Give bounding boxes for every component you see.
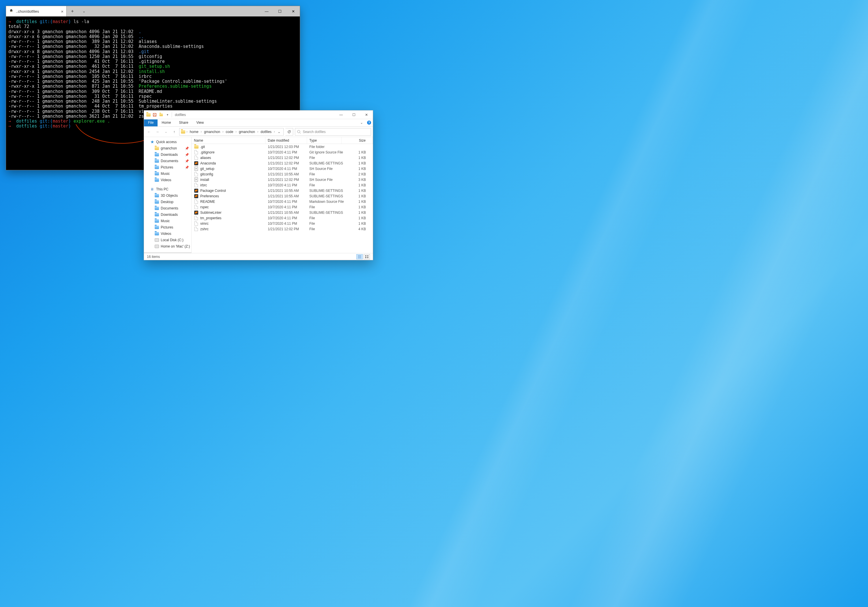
- col-date[interactable]: Date modified: [265, 137, 307, 144]
- file-row[interactable]: zshrc 1/21/2021 12:02 PM File 4 KB: [192, 226, 373, 232]
- chevron-right-icon: ›: [257, 130, 258, 133]
- maximize-button[interactable]: ☐: [273, 6, 287, 17]
- nav-item[interactable]: Documents📌: [144, 158, 191, 164]
- minimize-button[interactable]: —: [260, 6, 273, 17]
- nav-item[interactable]: Music: [144, 170, 191, 177]
- file-row[interactable]: irbrc 10/7/2020 4:11 PM File 1 KB: [192, 182, 373, 188]
- nav-item[interactable]: Desktop: [144, 199, 191, 205]
- ribbon-expand-icon[interactable]: ⌄: [358, 119, 365, 126]
- address-folder-icon: [181, 130, 185, 134]
- address-bar[interactable]: › home›gmanchon›code›gmanchon›dotfiles›⌄: [179, 128, 284, 136]
- nav-recent-dropdown[interactable]: ⌄: [163, 128, 169, 136]
- help-icon[interactable]: ?: [365, 119, 373, 126]
- file-row[interactable]: git_setup 10/7/2020 4:11 PM SH Source Fi…: [192, 166, 373, 171]
- new-tab-button[interactable]: +: [67, 6, 78, 17]
- nav-item[interactable]: Pictures: [144, 224, 191, 231]
- nav-item[interactable]: Downloads: [144, 212, 191, 218]
- file-row[interactable]: Package Control 1/21/2021 10:55 AM SUBLI…: [192, 188, 373, 193]
- view-details-button[interactable]: [356, 254, 363, 259]
- ribbon-tab-view[interactable]: View: [192, 119, 208, 126]
- nav-forward-button[interactable]: →: [154, 128, 161, 136]
- file-row[interactable]: gitconfig 1/21/2021 10:55 AM File 2 KB: [192, 171, 373, 177]
- svg-rect-14: [365, 257, 366, 258]
- pin-icon: 📌: [185, 147, 189, 150]
- file-row[interactable]: .git 1/21/2021 12:03 PM File folder: [192, 144, 373, 149]
- ribbon-tabs: File Home Share View ⌄ ?: [144, 119, 373, 127]
- nav-up-button[interactable]: ↑: [171, 128, 177, 136]
- navigation-pane: ★Quick accessgmanchon📌Downloads📌Document…: [144, 137, 192, 253]
- search-icon: [297, 130, 301, 134]
- breadcrumb-segment[interactable]: gmanchon: [238, 130, 256, 134]
- breadcrumb-segment[interactable]: code: [225, 130, 234, 134]
- file-icon: [194, 172, 198, 177]
- sublime-icon: [194, 194, 198, 198]
- file-row[interactable]: Preferences 1/21/2021 10:55 AM SUBLIME-S…: [192, 193, 373, 199]
- exp-close-button[interactable]: ✕: [360, 110, 373, 119]
- file-icon: [194, 227, 198, 231]
- sublime-icon: [194, 161, 198, 166]
- explorer-titlebar: ▾ dotfiles — ☐ ✕: [144, 110, 373, 119]
- status-bar: 16 items: [144, 253, 373, 260]
- file-row[interactable]: rspec 10/7/2020 4:11 PM File 1 KB: [192, 204, 373, 210]
- file-row[interactable]: tm_properties 10/7/2020 4:11 PM File 1 K…: [192, 215, 373, 221]
- breadcrumb-segment[interactable]: gmanchon: [203, 130, 221, 134]
- search-placeholder: Search dotfiles: [303, 130, 326, 134]
- nav-item[interactable]: Videos: [144, 177, 191, 183]
- tab-close-icon[interactable]: ×: [61, 9, 64, 14]
- view-icons-button[interactable]: [364, 254, 370, 259]
- refresh-button[interactable]: [285, 128, 293, 136]
- terminal-tab[interactable]: ..chon/dotfiles ×: [6, 6, 67, 17]
- address-dropdown-icon[interactable]: ⌄: [276, 130, 282, 134]
- close-button[interactable]: ✕: [287, 6, 300, 17]
- nav-item[interactable]: Music: [144, 218, 191, 224]
- nav-quick-access[interactable]: ★Quick access: [144, 139, 191, 145]
- search-box[interactable]: Search dotfiles: [295, 128, 371, 136]
- qat-new-folder-icon[interactable]: [158, 111, 164, 118]
- file-row[interactable]: .gitignore 10/7/2020 4:11 PM Git Ignore …: [192, 149, 373, 155]
- breadcrumb-segment[interactable]: dotfiles: [259, 130, 273, 134]
- nav-item[interactable]: gmanchon📌: [144, 145, 191, 152]
- exp-minimize-button[interactable]: —: [335, 110, 347, 119]
- qat-folder-icon[interactable]: [145, 111, 152, 118]
- nav-item[interactable]: Home on 'Mac' (Z:): [144, 243, 191, 249]
- file-row[interactable]: Anaconda 1/21/2021 12:02 PM SUBLIME-SETT…: [192, 160, 373, 166]
- file-row[interactable]: SublimeLinter 1/21/2021 10:55 AM SUBLIME…: [192, 210, 373, 215]
- qat-properties-icon[interactable]: [152, 111, 158, 118]
- file-row[interactable]: install 1/21/2021 12:02 PM SH Source Fil…: [192, 177, 373, 182]
- nav-item[interactable]: Documents: [144, 205, 191, 212]
- nav-this-pc[interactable]: 🖥This PC: [144, 186, 191, 192]
- svg-rect-12: [365, 255, 366, 257]
- col-name[interactable]: Name˄: [192, 137, 265, 144]
- sort-indicator-icon: ˄: [267, 139, 269, 142]
- file-row[interactable]: vimrc 10/7/2020 4:11 PM File 1 KB: [192, 221, 373, 226]
- tux-icon: [9, 9, 14, 14]
- file-icon: [194, 216, 198, 220]
- qat-dropdown-icon[interactable]: ▾: [164, 111, 170, 118]
- col-type[interactable]: Type: [307, 137, 342, 144]
- star-icon: ★: [150, 139, 154, 144]
- file-row[interactable]: aliases 1/21/2021 12:02 PM File 1 KB: [192, 155, 373, 160]
- chevron-right-icon: ›: [236, 130, 236, 133]
- nav-item[interactable]: 3D Objects: [144, 192, 191, 199]
- ribbon-tab-home[interactable]: Home: [158, 119, 175, 126]
- pin-icon: 📌: [185, 166, 189, 169]
- ribbon-tab-file[interactable]: File: [144, 119, 158, 126]
- nav-item[interactable]: Videos: [144, 231, 191, 237]
- col-size[interactable]: Size: [342, 137, 373, 144]
- nav-item[interactable]: Downloads📌: [144, 152, 191, 158]
- explorer-window: ▾ dotfiles — ☐ ✕ File Home Share View ⌄ …: [144, 110, 373, 260]
- nav-item[interactable]: Local Disk (C:): [144, 237, 191, 243]
- ribbon-tab-share[interactable]: Share: [175, 119, 192, 126]
- chevron-right-icon: ›: [274, 130, 275, 133]
- nav-item[interactable]: Pictures📌: [144, 164, 191, 170]
- file-rows: .git 1/21/2021 12:03 PM File folder .git…: [192, 144, 373, 253]
- chevron-right-icon: ›: [223, 130, 223, 133]
- breadcrumb-segment[interactable]: home: [189, 130, 200, 134]
- svg-point-7: [298, 130, 300, 133]
- file-icon: [194, 199, 198, 204]
- status-item-count: 16 items: [147, 255, 160, 259]
- tab-dropdown-button[interactable]: ⌄: [78, 6, 90, 17]
- file-row[interactable]: README 10/7/2020 4:11 PM Markdown Source…: [192, 199, 373, 204]
- nav-back-button[interactable]: ←: [146, 128, 152, 136]
- exp-maximize-button[interactable]: ☐: [347, 110, 360, 119]
